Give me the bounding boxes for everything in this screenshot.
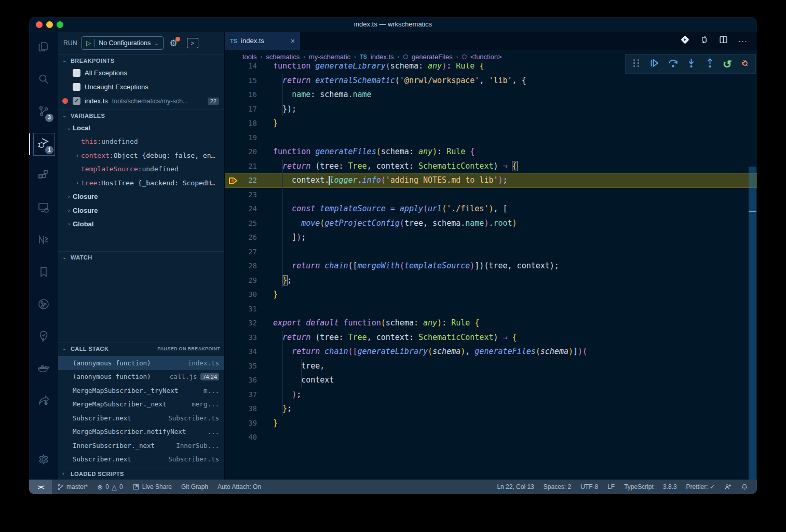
status-branch[interactable]: master*	[52, 480, 92, 494]
call-stack-section-header[interactable]: ⌄CALL STACKPAUSED ON BREAKPOINT	[58, 343, 224, 354]
call-stack-frame[interactable]: MergeMapSubscriber._tryNextm...	[58, 384, 224, 398]
code-line[interactable]: 32export default function(schema: any): …	[225, 316, 757, 331]
breadcrumb-item[interactable]: <function>	[470, 53, 502, 61]
code-line[interactable]: 30}	[225, 288, 757, 302]
variable-row[interactable]: templateSource: undefined	[74, 162, 224, 176]
watch-section-header[interactable]: ⌄WATCH	[58, 251, 224, 263]
close-tab-icon[interactable]: ×	[291, 37, 295, 45]
activity-bar-item-bookmarks[interactable]	[29, 257, 58, 289]
step-over-button[interactable]	[668, 58, 679, 71]
call-stack-frame[interactable]: InnerSubscriber._nextInnerSub...	[58, 439, 224, 453]
code-line[interactable]: 15 return externalSchematic('@nrwl/works…	[225, 74, 757, 88]
status-prettier[interactable]: Prettier: ✓	[682, 480, 720, 494]
activity-bar-item-explorer[interactable]	[29, 32, 58, 64]
code-line[interactable]: 39}	[225, 416, 757, 431]
code-line[interactable]: 21 return (tree: Tree, context: Schemati…	[225, 159, 757, 174]
activity-bar-item-search[interactable]	[29, 64, 58, 96]
toolbar-drag-grip[interactable]	[631, 58, 642, 71]
title-bar[interactable]: index.ts — wrkschematics	[29, 17, 757, 32]
breadcrumb-item[interactable]: my-schematic	[309, 53, 350, 61]
code-line[interactable]: 33 return (tree: Tree, context: Schemati…	[225, 331, 757, 345]
breadcrumb-item[interactable]: tools	[242, 53, 256, 61]
status-feedback[interactable]	[720, 480, 736, 494]
code-line[interactable]: 25 move(getProjectConfig(tree, schema.na…	[225, 216, 757, 231]
code-line[interactable]: 17 });	[225, 102, 757, 117]
code-line[interactable]: 40	[225, 430, 757, 445]
split-editor-icon[interactable]	[719, 35, 728, 46]
variable-scope-row[interactable]: ⌄Local	[65, 121, 224, 135]
status-eol[interactable]: LF	[603, 480, 619, 494]
debug-config-dropdown[interactable]: ▷ No Configurations ⌄	[82, 36, 164, 50]
code-line[interactable]: 26 ]);	[225, 230, 757, 245]
code-line[interactable]: 18}	[225, 116, 757, 131]
scrollbar-thumb[interactable]	[749, 167, 756, 480]
activity-bar-item-nx-console[interactable]	[29, 225, 58, 257]
code-line[interactable]: 31	[225, 302, 757, 317]
continue-button[interactable]	[649, 58, 660, 71]
code-line[interactable]: 19	[225, 131, 757, 145]
code-line[interactable]: 34 return chain([generateLibrary(schema)…	[225, 345, 757, 359]
open-changes-icon[interactable]	[681, 35, 689, 46]
status-live-share[interactable]: Live Share	[128, 480, 177, 494]
code-line[interactable]: 28 return chain([mergeWith(templateSourc…	[225, 259, 757, 274]
restart-button[interactable]: ↺	[723, 59, 732, 70]
activity-bar-item-live-share[interactable]	[29, 386, 58, 418]
code-line[interactable]: 27	[225, 245, 757, 260]
loaded-scripts-section-header[interactable]: ›LOADED SCRIPTS	[58, 468, 224, 479]
variable-row[interactable]: ›context: Object {debug: false, en…	[74, 148, 224, 162]
breakpoint-checkbox[interactable]: ✓	[73, 97, 80, 105]
call-stack-frame[interactable]: MergeMapSubscriber.notifyNext...	[58, 425, 224, 439]
status-encoding[interactable]: UTF-8	[576, 480, 603, 494]
activity-bar-item-extensions[interactable]	[29, 160, 58, 193]
variables-section-header[interactable]: ⌄VARIABLES	[58, 110, 224, 121]
variable-scope-row[interactable]: ›Closure	[65, 203, 224, 217]
status-language-mode[interactable]: TypeScript	[619, 480, 658, 494]
more-actions-icon[interactable]: ···	[738, 36, 748, 45]
code-line[interactable]: 37 );	[225, 388, 757, 402]
breakpoints-section-header[interactable]: ⌄BREAKPOINTS	[58, 54, 224, 66]
code-viewport[interactable]: 14function generateLibrary(schema: any):…	[225, 50, 757, 480]
status-cursor-position[interactable]: Ln 22, Col 13	[492, 480, 538, 494]
breadcrumb-item[interactable]: schematics	[266, 53, 300, 61]
breadcrumb-item[interactable]: generateFiles	[412, 53, 453, 61]
step-out-button[interactable]	[704, 58, 715, 71]
breadcrumb-item[interactable]: index.ts	[371, 53, 394, 61]
breakpoint-checkbox[interactable]	[73, 69, 80, 77]
status-problems[interactable]: ⊗0△0	[92, 480, 127, 494]
code-line[interactable]: 36 context	[225, 373, 757, 388]
variable-scope-row[interactable]: ›Global	[65, 217, 224, 231]
status-git-graph[interactable]: Git Graph	[177, 480, 213, 494]
code-line[interactable]: 20function generateFiles(schema: any): R…	[225, 145, 757, 159]
activity-bar-item-settings[interactable]	[29, 444, 58, 476]
status-indentation[interactable]: Spaces: 2	[539, 480, 576, 494]
activity-bar-item-run-and-debug[interactable]: 1	[29, 128, 58, 160]
activity-bar-item-source-control[interactable]: 3	[29, 96, 58, 128]
code-line[interactable]: 29 };	[225, 274, 757, 288]
start-debug-icon[interactable]: ▷	[86, 39, 91, 47]
breakpoint-row[interactable]: Uncaught Exceptions	[58, 80, 224, 94]
breakpoint-row[interactable]: ✓index.tstools/schematics/my-sch...22	[58, 94, 224, 108]
breakpoint-row[interactable]: All Exceptions	[58, 66, 224, 80]
activity-bar-item-test-explorer[interactable]	[29, 321, 58, 353]
status-notifications[interactable]	[736, 480, 753, 494]
step-into-button[interactable]	[686, 58, 697, 71]
code-line[interactable]: 38 };	[225, 402, 757, 416]
debug-console-button[interactable]: >	[187, 38, 198, 48]
call-stack-frame[interactable]: Subscriber.nextSubscriber.ts	[58, 411, 224, 425]
call-stack-frame[interactable]: (anonymous function)index.ts	[58, 356, 224, 370]
variable-row[interactable]: ›tree: HostTree {_backend: ScopedH…	[74, 176, 224, 190]
status-auto-attach[interactable]: Auto Attach: On	[213, 480, 266, 494]
disconnect-button[interactable]	[739, 58, 750, 71]
activity-bar-item-git-graph[interactable]	[29, 289, 58, 321]
code-line[interactable]: 24 const templateSource = apply(url('./f…	[225, 202, 757, 216]
breakpoint-checkbox[interactable]	[73, 83, 80, 91]
code-line[interactable]: 23	[225, 188, 757, 202]
call-stack-frame[interactable]: MergeMapSubscriber._nextmerg...	[58, 398, 224, 412]
code-line[interactable]: 35 tree,	[225, 359, 757, 374]
activity-bar-item-remote-explorer[interactable]	[29, 193, 58, 225]
activity-bar-item-docker[interactable]	[29, 353, 58, 386]
tab-index-ts[interactable]: TS index.ts ×	[225, 32, 300, 50]
call-stack-frame[interactable]: (anonymous function)call.js74:24	[58, 370, 224, 384]
editor-scrollbar[interactable]	[748, 50, 757, 480]
remote-indicator[interactable]: ><	[29, 480, 52, 494]
